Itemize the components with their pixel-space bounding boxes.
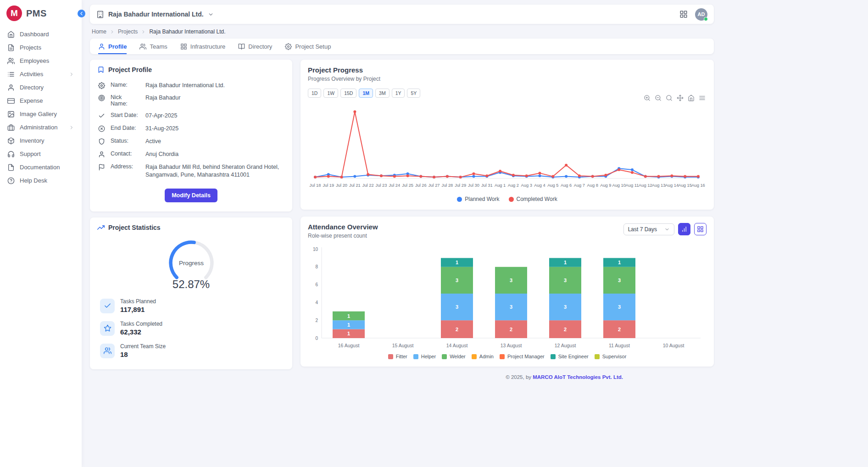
field-label: Name:	[111, 82, 140, 88]
tab-project-setup[interactable]: Project Setup	[285, 39, 331, 54]
project-profile-card: Project Profile Name:Raja Bahadur Intern…	[90, 60, 292, 211]
breadcrumb-projects[interactable]: Projects	[118, 28, 138, 35]
table-view-button[interactable]	[694, 223, 707, 235]
svg-text:10: 10	[313, 247, 318, 252]
svg-text:1: 1	[347, 331, 350, 336]
range-button-1w[interactable]: 1W	[323, 89, 338, 98]
main-area: Raja Bahadur International Ltd. AD Home …	[82, 0, 722, 380]
documentation-icon	[7, 164, 15, 171]
company-selector[interactable]: Raja Bahadur International Ltd.	[96, 11, 214, 18]
menu-icon[interactable]	[699, 95, 706, 101]
sidebar-item-label: Inventory	[20, 137, 44, 144]
legend-fitter[interactable]: Fitter	[388, 354, 407, 359]
sidebar-item-help-desk[interactable]: Help Desk	[0, 174, 82, 187]
legend-completed-work[interactable]: Completed Work	[509, 196, 557, 202]
range-button-1y[interactable]: 1Y	[392, 89, 405, 98]
svg-text:0: 0	[315, 336, 318, 341]
sidebar-item-expense[interactable]: Expense	[0, 94, 82, 107]
tab-teams[interactable]: Teams	[139, 39, 167, 54]
svg-text:11 August: 11 August	[609, 343, 630, 348]
sidebar-item-label: Employees	[20, 57, 49, 64]
svg-text:Jul 31: Jul 31	[481, 183, 493, 188]
sidebar-item-dashboard[interactable]: Dashboard	[0, 28, 82, 41]
progress-line-chart[interactable]: Jul 18Jul 19Jul 20Jul 21Jul 22Jul 23Jul …	[308, 100, 707, 195]
svg-text:Aug 12: Aug 12	[639, 183, 652, 188]
zoom-in-icon[interactable]	[644, 95, 651, 101]
attendance-bar-chart[interactable]: 024681011116 August15 August233114 Augus…	[308, 245, 707, 354]
sidebar-item-label: Dashboard	[20, 31, 49, 38]
stat-label: Tasks Planned	[120, 298, 156, 305]
avatar[interactable]: AD	[695, 8, 707, 21]
sidebar-item-directory[interactable]: Directory	[0, 81, 82, 94]
range-button-1d[interactable]: 1D	[308, 89, 321, 98]
stats-icon	[97, 224, 105, 231]
svg-text:3: 3	[510, 304, 512, 310]
profile-field-name: Name:Raja Bahadur International Ltd.	[97, 79, 285, 92]
range-button-1m[interactable]: 1M	[359, 89, 373, 98]
legend-site-engineer[interactable]: Site Engineer	[551, 354, 589, 359]
svg-text:12 August: 12 August	[555, 343, 576, 348]
legend-welder[interactable]: Welder	[442, 354, 466, 359]
legend-planned-work[interactable]: Planned Work	[457, 196, 499, 202]
legend-admin[interactable]: Admin	[472, 354, 494, 359]
flag-icon	[98, 164, 105, 171]
svg-text:2: 2	[564, 327, 567, 332]
sidebar-item-label: Administration	[20, 124, 57, 131]
sidebar-item-projects[interactable]: Projects	[0, 41, 82, 54]
profile-field-start-date: Start Date:07-Apr-2025	[97, 110, 285, 122]
svg-text:13 August: 13 August	[501, 343, 522, 348]
sidebar-item-employees[interactable]: Employees	[0, 54, 82, 67]
sidebar: M PMS DashboardProjectsEmployeesActiviti…	[0, 0, 82, 467]
progress-gauge-value: 52.87%	[97, 278, 285, 291]
svg-text:Aug 4: Aug 4	[534, 183, 545, 188]
sidebar-item-activities[interactable]: Activities	[0, 67, 82, 81]
modify-details-button[interactable]: Modify Details	[165, 189, 217, 202]
legend-project-manager[interactable]: Project Manager	[500, 354, 545, 359]
legend-label: Supervisor	[602, 354, 627, 359]
infrastructure-icon	[180, 43, 187, 50]
svg-text:Aug 8: Aug 8	[587, 183, 598, 188]
sidebar-item-administration[interactable]: Administration	[0, 121, 82, 134]
tab-directory[interactable]: Directory	[238, 39, 272, 54]
svg-text:8: 8	[315, 264, 318, 269]
svg-text:Aug 7: Aug 7	[574, 183, 585, 188]
sidebar-item-label: Help Desk	[20, 177, 47, 184]
right-column: Project Progress Progress Overview by Pr…	[300, 60, 714, 380]
range-button-15d[interactable]: 15D	[340, 89, 356, 98]
range-button-5y[interactable]: 5Y	[407, 89, 420, 98]
svg-text:Aug 11: Aug 11	[626, 183, 639, 188]
legend-label: Fitter	[396, 354, 407, 359]
legend-helper[interactable]: Helper	[413, 354, 436, 359]
profile-field-contact: Contact:Anuj Chordia	[97, 148, 285, 161]
sidebar-collapse-button[interactable]	[78, 10, 85, 17]
home-icon[interactable]	[688, 95, 695, 101]
zoom-out-icon[interactable]	[655, 95, 662, 101]
bar-chart-view-button[interactable]	[678, 223, 690, 235]
legend-label: Welder	[450, 354, 466, 359]
sidebar-item-documentation[interactable]: Documentation	[0, 161, 82, 174]
pan-icon[interactable]	[677, 95, 684, 101]
legend-supervisor[interactable]: Supervisor	[595, 354, 627, 359]
range-button-3m[interactable]: 3M	[375, 89, 389, 98]
field-value: Raja Bahadur International Ltd.	[145, 82, 284, 89]
apps-grid-button[interactable]	[679, 10, 688, 18]
breadcrumb-home[interactable]: Home	[92, 28, 106, 35]
footer-company-link[interactable]: MARCO AIoT Technologies Pvt. Ltd.	[533, 374, 623, 380]
tab-profile[interactable]: Profile	[98, 39, 127, 54]
check-icon	[98, 112, 105, 119]
activities-icon	[7, 71, 15, 78]
svg-text:1: 1	[347, 313, 350, 319]
sidebar-item-support[interactable]: Support	[0, 147, 82, 161]
svg-text:2: 2	[315, 318, 318, 323]
svg-text:3: 3	[618, 278, 621, 283]
sidebar-item-inventory[interactable]: Inventory	[0, 134, 82, 147]
bookmark-icon	[97, 66, 105, 73]
app-logo[interactable]: M PMS	[0, 0, 82, 28]
stat-tasks-completed: Tasks Completed62,332	[100, 321, 282, 336]
sidebar-item-image-gallery[interactable]: Image Gallery	[0, 107, 82, 121]
tab-infrastructure[interactable]: Infrastructure	[180, 39, 226, 54]
logo-icon: M	[6, 6, 22, 21]
attendance-range-select[interactable]: Last 7 Days	[623, 223, 674, 235]
selection-zoom-icon[interactable]	[666, 95, 673, 101]
attendance-overview-card: Attendance Overview Role-wise present co…	[300, 217, 714, 367]
